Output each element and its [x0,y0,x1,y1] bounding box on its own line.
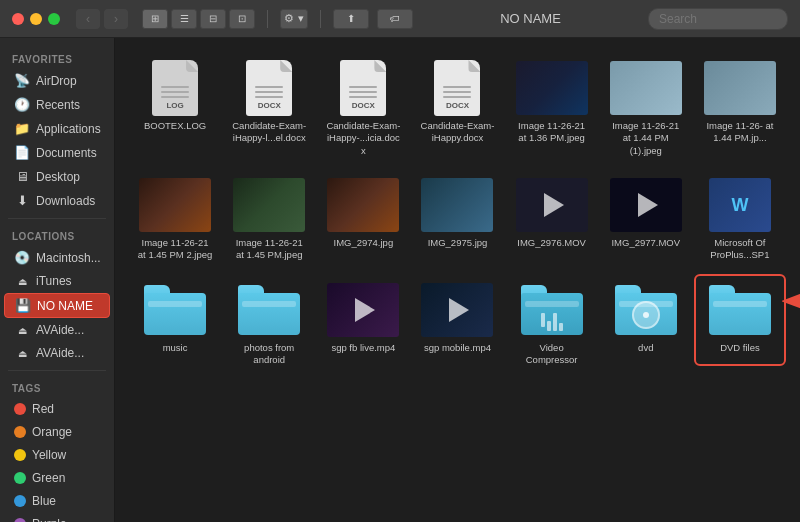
tags-button[interactable]: 🏷 [377,9,413,29]
sidebar-noname-label: NO NAME [37,299,93,313]
icon-view-button[interactable]: ⊞ [142,9,168,29]
dvdfiles-arrow-container [782,286,800,320]
file-candidate2[interactable]: DOCX Candidate-Exam-iHappy-...icia.docx [319,54,407,161]
file-sgpfb[interactable]: sgp fb live.mp4 [319,276,407,371]
sidebar-item-noname[interactable]: 💾 NO NAME [4,293,110,318]
folder-body-2 [238,293,300,335]
dvdfiles-folder-icon [709,285,771,335]
image3-thumb [704,60,776,116]
sidebar-item-applications[interactable]: 📁 Applications [4,117,110,140]
candidate2-thumb: DOCX [327,60,399,116]
sidebar-blue-label: Blue [32,494,56,508]
sidebar-item-itunes[interactable]: ⏏ iTunes [4,270,110,292]
orange-tag-dot [14,426,26,438]
dvd-thumb [610,282,682,338]
sgpmobile-thumb [421,282,493,338]
image1-preview [516,61,588,115]
file-image2[interactable]: Image 11-26-21 at 1.44 PM (1).jpeg [602,54,690,161]
play-icon-4 [449,298,469,322]
sidebar-item-macintosh[interactable]: 💿 Macintosh... [4,246,110,269]
dvdfiles-thumb [704,282,776,338]
file-candidate3[interactable]: DOCX Candidate-Exam-iHappy.docx [413,54,501,161]
file-photos[interactable]: photos from android [225,276,313,371]
file-bootex[interactable]: LOG BOOTEX.LOG [131,54,219,161]
sidebar-downloads-label: Downloads [36,194,95,208]
file-image1[interactable]: Image 11-26-21 at 1.36 PM.jpeg [508,54,596,161]
avaide2-icon: ⏏ [14,348,30,359]
sidebar-tag-purple[interactable]: Purple [4,513,110,522]
sidebar-tag-orange[interactable]: Orange [4,421,110,443]
red-tag-dot [14,403,26,415]
sgpfb-label: sgp fb live.mp4 [331,342,395,354]
file-img2976[interactable]: IMG_2976.MOV [508,171,596,266]
dvd-hole [643,312,649,318]
sidebar-red-label: Red [32,402,54,416]
file-msoffice[interactable]: W Microsoft Of ProPlus...SP1 [696,171,784,266]
list-view-button[interactable]: ☰ [171,9,197,29]
minimize-button[interactable] [30,13,42,25]
main-layout: Favorites 📡 AirDrop 🕐 Recents 📁 Applicat… [0,38,800,522]
share-button[interactable]: ⬆ [333,9,369,29]
sidebar-item-recents[interactable]: 🕐 Recents [4,93,110,116]
file-image5[interactable]: Image 11-26-21 at 1.45 PM.jpeg [225,171,313,266]
separator [267,10,268,28]
music-folder-icon [144,285,206,335]
file-dvd[interactable]: dvd [602,276,690,371]
sidebar-tag-yellow[interactable]: Yellow [4,444,110,466]
photos-thumb [233,282,305,338]
file-image3[interactable]: Image 11-26- at 1.44 PM.jp... [696,54,784,161]
purple-tag-dot [14,518,26,522]
msoffice-thumb: W [704,177,776,233]
back-button[interactable]: ‹ [76,9,100,29]
img2975-thumb [421,177,493,233]
sidebar-tag-red[interactable]: Red [4,398,110,420]
sidebar-item-documents[interactable]: 📄 Documents [4,141,110,164]
documents-icon: 📄 [14,145,30,160]
sgpfb-thumb [327,282,399,338]
sidebar-item-downloads[interactable]: ⬇ Downloads [4,189,110,212]
file-candidate1[interactable]: DOCX Candidate-Exam-iHappy-l...el.docx [225,54,313,161]
applications-icon: 📁 [14,121,30,136]
file-img2977[interactable]: IMG_2977.MOV [602,171,690,266]
favorites-header: Favorites [0,48,114,68]
sidebar-tag-blue[interactable]: Blue [4,490,110,512]
sort-options-button[interactable]: ⚙ ▾ [280,9,308,29]
docx-icon-1: DOCX [246,60,292,116]
music-label: music [163,342,188,354]
photos-folder-icon [238,285,300,335]
locations-header: Locations [0,225,114,245]
file-videocompressor[interactable]: Video Compressor [508,276,596,371]
noname-icon: 💾 [15,298,31,313]
file-sgpmobile[interactable]: sgp mobile.mp4 [413,276,501,371]
candidate2-label: Candidate-Exam-iHappy-...icia.docx [325,120,401,157]
candidate3-label: Candidate-Exam-iHappy.docx [419,120,495,145]
sidebar-avaide2-label: AVAide... [36,346,84,360]
maximize-button[interactable] [48,13,60,25]
file-music[interactable]: music [131,276,219,371]
close-button[interactable] [12,13,24,25]
img2974-thumb [327,177,399,233]
docx-icon-3: DOCX [434,60,480,116]
file-img2975[interactable]: IMG_2975.jpg [413,171,501,266]
file-dvdfiles[interactable]: DVD files [696,276,784,371]
sidebar-tag-green[interactable]: Green [4,467,110,489]
column-view-button[interactable]: ⊟ [200,9,226,29]
sidebar-item-avaide2[interactable]: ⏏ AVAide... [4,342,110,364]
forward-button[interactable]: › [104,9,128,29]
image2-label: Image 11-26-21 at 1.44 PM (1).jpeg [608,120,684,157]
file-image4[interactable]: Image 11-26-21 at 1.45 PM 2.jpeg [131,171,219,266]
gallery-view-button[interactable]: ⊡ [229,9,255,29]
file-img2974[interactable]: IMG_2974.jpg [319,171,407,266]
sidebar-item-avaide1[interactable]: ⏏ AVAide... [4,319,110,341]
dvdfiles-label: DVD files [720,342,760,354]
image3-preview [704,61,776,115]
green-tag-dot [14,472,26,484]
videocompressor-thumb [516,282,588,338]
vc-folder-icon [521,285,583,335]
sidebar-item-desktop[interactable]: 🖥 Desktop [4,165,110,188]
macintosh-icon: 💿 [14,250,30,265]
search-input[interactable] [648,8,788,30]
dvd-disc [632,301,660,329]
sidebar-item-airdrop[interactable]: 📡 AirDrop [4,69,110,92]
img2977-thumb [610,177,682,233]
